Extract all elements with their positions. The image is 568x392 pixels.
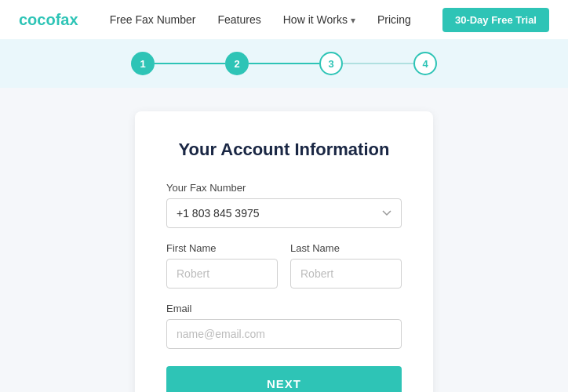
last-name-input[interactable] xyxy=(290,259,402,289)
email-label: Email xyxy=(166,303,402,314)
nav-links: Free Fax Number Features How it Works Pr… xyxy=(110,13,411,26)
chevron-down-icon xyxy=(351,13,355,26)
stepper: 1 2 3 4 xyxy=(131,52,437,75)
stepper-bar: 1 2 3 4 xyxy=(0,39,568,88)
first-name-label: First Name xyxy=(166,242,278,254)
first-name-group: First Name xyxy=(166,242,278,289)
name-row: First Name Last Name xyxy=(166,242,402,303)
nav-pricing[interactable]: Pricing xyxy=(377,13,411,26)
step-line-1-2 xyxy=(155,63,225,64)
last-name-group: Last Name xyxy=(290,242,402,289)
form-container: Your Account Information Your Fax Number… xyxy=(0,88,568,392)
next-button[interactable]: NEXT xyxy=(166,366,402,392)
nav-free-fax[interactable]: Free Fax Number xyxy=(110,13,196,26)
navbar: cocofax Free Fax Number Features How it … xyxy=(0,0,568,39)
logo: cocofax xyxy=(19,11,78,29)
step-4: 4 xyxy=(413,52,437,75)
first-name-input[interactable] xyxy=(166,259,278,289)
step-3: 3 xyxy=(319,52,343,75)
fax-number-label: Your Fax Number xyxy=(166,182,402,194)
email-group: Email xyxy=(166,303,402,349)
step-2: 2 xyxy=(225,52,249,75)
fax-number-select[interactable]: +1 803 845 3975 xyxy=(166,198,402,228)
nav-how-it-works[interactable]: How it Works xyxy=(283,13,355,26)
form-card: Your Account Information Your Fax Number… xyxy=(135,111,433,392)
step-line-3-4 xyxy=(343,63,413,64)
step-line-2-3 xyxy=(249,63,319,64)
nav-features[interactable]: Features xyxy=(217,13,260,26)
step-1: 1 xyxy=(131,52,155,75)
email-input[interactable] xyxy=(166,319,402,349)
last-name-label: Last Name xyxy=(290,242,402,254)
form-title: Your Account Information xyxy=(166,140,402,160)
cta-button[interactable]: 30-Day Free Trial xyxy=(442,8,549,32)
fax-number-group: Your Fax Number +1 803 845 3975 xyxy=(166,182,402,228)
